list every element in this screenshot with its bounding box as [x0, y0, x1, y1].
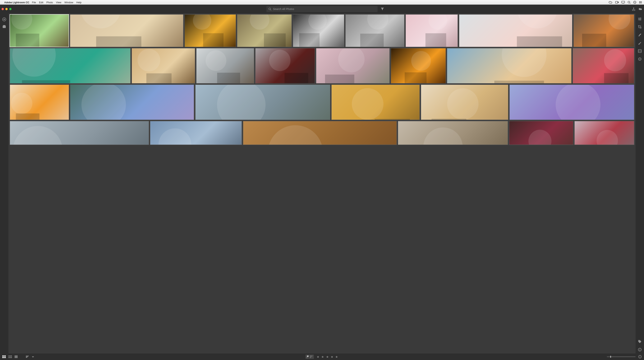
grid-info-button[interactable] [638, 355, 642, 358]
detail-view-button[interactable] [14, 355, 18, 358]
screen-record-icon[interactable] [615, 1, 619, 4]
app-name[interactable]: Adobe Lightroom CC [4, 1, 29, 4]
svg-rect-13 [632, 10, 635, 11]
menu-edit[interactable]: Edit [39, 1, 43, 4]
photo-thumbnail[interactable] [574, 121, 634, 145]
fullscreen-window-button[interactable] [9, 8, 12, 10]
svg-rect-39 [426, 33, 446, 47]
svg-line-3 [630, 3, 630, 4]
photo-thumbnail[interactable] [132, 48, 195, 84]
brush-button[interactable] [638, 41, 642, 45]
svg-point-120 [640, 349, 640, 349]
add-photos-button[interactable] [2, 17, 6, 22]
info-button[interactable] [638, 348, 642, 351]
photo-thumbnail[interactable] [459, 14, 573, 47]
edit-sliders-button[interactable] [638, 17, 642, 21]
photo-thumbnail[interactable] [293, 14, 344, 47]
svg-point-9 [640, 2, 640, 3]
photo-thumbnail[interactable] [509, 121, 574, 145]
sort-button[interactable] [26, 355, 29, 358]
sort-dropdown-chevron-icon[interactable] [32, 355, 34, 358]
photo-thumbnail[interactable] [316, 48, 390, 84]
photo-thumbnail[interactable] [10, 121, 149, 145]
photo-thumbnail[interactable] [398, 121, 508, 145]
thumbnail-size-slider[interactable] [607, 356, 636, 357]
menu-view[interactable]: View [56, 1, 61, 4]
svg-point-56 [269, 50, 290, 71]
photo-thumbnail[interactable] [509, 84, 634, 120]
photo-thumbnail[interactable] [406, 14, 458, 47]
healing-brush-button[interactable] [638, 33, 642, 37]
menu-file[interactable]: File [32, 1, 36, 4]
svg-rect-123 [4, 355, 6, 356]
svg-rect-1 [622, 1, 625, 3]
svg-point-74 [82, 85, 126, 120]
share-button[interactable] [632, 7, 635, 11]
my-photos-button[interactable] [2, 25, 6, 28]
svg-point-80 [352, 88, 384, 120]
flag-pick-button[interactable] [307, 355, 309, 358]
photo-thumbnail[interactable] [70, 84, 194, 120]
notification-center-icon[interactable] [639, 1, 642, 4]
photo-thumbnail[interactable] [10, 84, 69, 120]
svg-point-109 [640, 18, 641, 19]
photo-thumbnail[interactable] [255, 48, 315, 84]
photo-thumbnail[interactable] [243, 121, 397, 145]
photo-grid-view-button[interactable] [2, 355, 6, 358]
photo-thumbnail[interactable] [421, 84, 508, 120]
creative-cloud-icon[interactable] [609, 1, 612, 4]
right-panel [636, 14, 644, 353]
photo-thumbnail[interactable] [70, 14, 184, 47]
svg-rect-129 [8, 357, 10, 358]
photo-thumbnail[interactable] [195, 84, 330, 120]
minimize-window-button[interactable] [5, 8, 8, 10]
rating-stars[interactable]: ★ ★ ★ ★ ★ [317, 355, 339, 359]
radial-gradient-button[interactable] [638, 57, 642, 61]
crop-button[interactable] [638, 25, 642, 29]
svg-line-12 [270, 10, 271, 10]
svg-rect-51 [146, 73, 172, 83]
svg-point-117 [640, 59, 640, 60]
airplay-icon[interactable] [622, 1, 625, 4]
photo-thumbnail[interactable] [573, 14, 634, 47]
svg-rect-131 [11, 357, 12, 358]
svg-point-53 [206, 50, 226, 71]
siri-icon[interactable] [633, 1, 636, 4]
svg-point-77 [217, 85, 266, 120]
svg-rect-121 [640, 349, 640, 350]
menu-help[interactable]: Help [76, 1, 82, 4]
svg-rect-112 [639, 33, 641, 36]
flag-reject-button[interactable] [310, 355, 313, 358]
search-bar[interactable] [266, 6, 378, 12]
photo-thumbnail[interactable] [447, 48, 572, 84]
svg-rect-36 [360, 34, 384, 47]
svg-point-118 [639, 341, 640, 341]
search-input[interactable] [273, 8, 376, 11]
photo-grid[interactable] [8, 14, 636, 353]
spotlight-search-icon[interactable] [628, 1, 630, 4]
keywords-tag-button[interactable] [638, 340, 642, 343]
svg-rect-27 [203, 33, 223, 47]
svg-rect-63 [404, 72, 426, 83]
square-grid-view-button[interactable] [8, 355, 12, 358]
filter-button[interactable] [381, 8, 384, 11]
photo-thumbnail[interactable] [10, 48, 131, 84]
photo-thumbnail[interactable] [331, 84, 420, 120]
menu-window[interactable]: Window [64, 1, 73, 4]
svg-rect-125 [4, 357, 6, 358]
photo-thumbnail[interactable] [150, 121, 242, 145]
photo-thumbnail[interactable] [10, 14, 69, 47]
photo-thumbnail[interactable] [237, 14, 292, 47]
photo-thumbnail[interactable] [196, 48, 254, 84]
photo-thumbnail[interactable] [390, 48, 446, 84]
close-window-button[interactable] [2, 8, 4, 10]
slider-knob[interactable] [610, 356, 611, 358]
cloud-sync-icon[interactable] [638, 7, 642, 11]
photo-thumbnail[interactable] [572, 48, 634, 84]
menu-photo[interactable]: Photo [46, 1, 53, 4]
photo-thumbnail[interactable] [184, 14, 236, 47]
linear-gradient-button[interactable] [638, 49, 642, 53]
photo-thumbnail[interactable] [345, 14, 404, 47]
svg-rect-66 [494, 81, 544, 83]
flag-toggle-group [306, 355, 314, 359]
